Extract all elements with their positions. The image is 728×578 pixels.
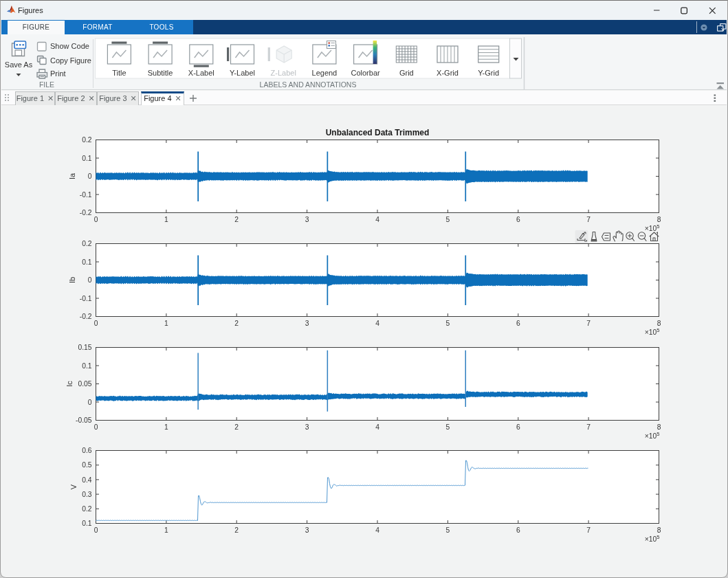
svg-text:5: 5 <box>446 526 450 534</box>
svg-text:×105: ×105 <box>645 327 660 336</box>
svg-text:7: 7 <box>586 423 591 431</box>
svg-text:0.1: 0.1 <box>82 155 92 162</box>
svg-text:0.3: 0.3 <box>82 491 92 498</box>
svg-text:1: 1 <box>164 526 168 534</box>
svg-text:X-Grid: X-Grid <box>437 69 459 77</box>
svg-text:-0.05: -0.05 <box>76 416 92 424</box>
svg-text:0.5: 0.5 <box>82 461 92 469</box>
svg-text:0: 0 <box>94 423 98 431</box>
svg-text:0: 0 <box>94 320 98 327</box>
svg-text:Show Code: Show Code <box>50 42 89 50</box>
svg-text:7: 7 <box>586 216 591 223</box>
svg-text:FILE: FILE <box>39 80 54 89</box>
svg-text:Ia: Ia <box>68 173 76 179</box>
svg-text:0: 0 <box>88 276 92 284</box>
svg-text:Colorbar: Colorbar <box>351 69 381 77</box>
svg-text:-0.1: -0.1 <box>80 295 92 302</box>
svg-text:3: 3 <box>305 526 309 534</box>
svg-text:5: 5 <box>446 216 450 223</box>
svg-text:6: 6 <box>516 320 520 327</box>
svg-text:0.4: 0.4 <box>82 476 92 484</box>
svg-text:LABELS AND ANNOTATIONS: LABELS AND ANNOTATIONS <box>260 80 357 89</box>
svg-text:8: 8 <box>657 526 661 534</box>
svg-text:×105: ×105 <box>645 223 660 232</box>
svg-text:0: 0 <box>88 399 92 406</box>
svg-text:×105: ×105 <box>645 534 660 543</box>
svg-text:Unbalanced Data Trimmed: Unbalanced Data Trimmed <box>326 128 430 137</box>
svg-text:8: 8 <box>657 423 661 431</box>
svg-text:0.2: 0.2 <box>82 505 92 513</box>
svg-text:1: 1 <box>164 320 168 327</box>
svg-text:0.1: 0.1 <box>82 258 92 266</box>
svg-text:0.1: 0.1 <box>82 520 92 527</box>
svg-text:V: V <box>69 484 78 489</box>
svg-text:3: 3 <box>305 423 309 431</box>
svg-text:7: 7 <box>586 526 591 534</box>
svg-text:Z-Label: Z-Label <box>271 69 296 77</box>
svg-text:0.05: 0.05 <box>78 380 91 388</box>
svg-text:Ic: Ic <box>65 381 74 387</box>
svg-text:Subtitle: Subtitle <box>148 69 173 77</box>
svg-text:-0.1: -0.1 <box>80 191 92 199</box>
svg-text:Y-Grid: Y-Grid <box>478 69 499 77</box>
svg-text:0.2: 0.2 <box>82 136 92 144</box>
svg-text:2: 2 <box>234 216 239 223</box>
svg-text:5: 5 <box>446 423 450 431</box>
svg-text:0: 0 <box>94 216 98 223</box>
svg-text:4: 4 <box>375 423 379 431</box>
svg-text:6: 6 <box>516 526 520 534</box>
svg-text:3: 3 <box>305 216 309 223</box>
svg-text:Grid: Grid <box>399 69 414 77</box>
svg-text:0.1: 0.1 <box>82 362 92 370</box>
svg-text:1: 1 <box>164 216 168 223</box>
svg-text:0: 0 <box>88 173 92 180</box>
svg-text:3: 3 <box>305 320 309 327</box>
svg-text:4: 4 <box>375 526 379 534</box>
svg-text:Print: Print <box>50 69 66 78</box>
svg-text:X-Label: X-Label <box>188 69 214 77</box>
svg-text:Ib: Ib <box>68 277 76 283</box>
svg-text:5: 5 <box>446 320 450 327</box>
svg-text:-0.2: -0.2 <box>80 313 92 320</box>
svg-text:0.2: 0.2 <box>82 240 92 247</box>
svg-text:7: 7 <box>586 320 591 327</box>
svg-text:1: 1 <box>164 423 168 431</box>
svg-text:8: 8 <box>657 320 661 327</box>
svg-text:Title: Title <box>112 69 126 77</box>
svg-text:2: 2 <box>234 423 239 431</box>
svg-text:2: 2 <box>234 526 239 534</box>
svg-text:2: 2 <box>234 320 239 327</box>
svg-text:Copy Figure: Copy Figure <box>50 56 91 65</box>
svg-text:6: 6 <box>516 216 520 223</box>
svg-text:×105: ×105 <box>645 431 660 440</box>
svg-text:4: 4 <box>375 216 379 223</box>
svg-text:Save As: Save As <box>5 60 33 69</box>
svg-text:-0.2: -0.2 <box>80 209 92 216</box>
svg-text:Y-Label: Y-Label <box>230 69 255 77</box>
svg-text:0.6: 0.6 <box>82 447 92 454</box>
svg-text:Legend: Legend <box>312 69 338 77</box>
svg-text:4: 4 <box>375 320 379 327</box>
svg-text:0: 0 <box>94 526 98 534</box>
svg-text:6: 6 <box>516 423 520 431</box>
svg-text:8: 8 <box>657 216 661 223</box>
svg-text:0.15: 0.15 <box>78 344 91 351</box>
